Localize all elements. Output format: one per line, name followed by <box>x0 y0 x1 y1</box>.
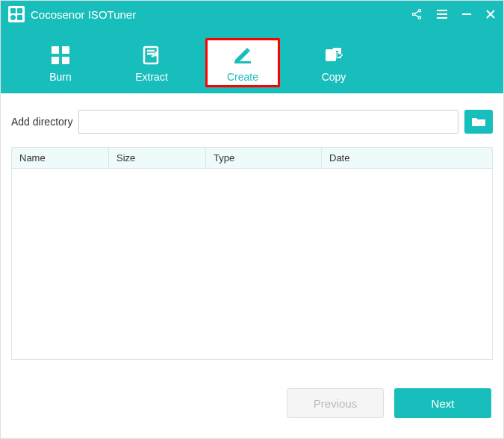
col-date[interactable]: Date <box>322 148 492 168</box>
extract-button[interactable]: Extract <box>114 38 189 87</box>
content-area: Add directory Name Size Type Date <box>1 93 503 370</box>
app-title: Cocosenor ISOTuner <box>31 8 411 21</box>
footer: Previous Next <box>1 370 503 430</box>
burn-button[interactable]: Burn <box>23 38 98 87</box>
browse-button[interactable] <box>464 110 493 134</box>
svg-line-4 <box>414 15 418 17</box>
table-header: Name Size Type Date <box>12 148 492 169</box>
share-icon[interactable] <box>411 8 423 20</box>
svg-rect-11 <box>52 46 59 54</box>
extract-label: Extract <box>135 71 168 83</box>
grid-icon <box>49 44 72 66</box>
svg-rect-19 <box>326 49 336 61</box>
main-toolbar: Burn Extract Create <box>1 28 503 93</box>
col-name[interactable]: Name <box>12 148 109 168</box>
next-button[interactable]: Next <box>394 388 491 418</box>
folder-icon <box>471 116 486 128</box>
edit-icon <box>231 44 254 66</box>
copy-label: Copy <box>322 71 346 83</box>
copy-button[interactable]: Copy <box>296 38 371 87</box>
svg-rect-14 <box>62 57 69 64</box>
file-table: Name Size Type Date <box>11 147 493 360</box>
close-button[interactable] <box>485 9 496 19</box>
svg-rect-13 <box>52 57 59 64</box>
col-size[interactable]: Size <box>109 148 206 168</box>
window-controls <box>411 8 496 20</box>
col-type[interactable]: Type <box>206 148 322 168</box>
add-directory-row: Add directory <box>11 110 493 134</box>
svg-line-3 <box>414 11 418 13</box>
create-label: Create <box>227 71 258 83</box>
menu-icon[interactable] <box>436 9 448 19</box>
create-button[interactable]: Create <box>205 38 280 87</box>
svg-rect-18 <box>234 61 251 63</box>
add-directory-label: Add directory <box>11 116 72 128</box>
minimize-button[interactable] <box>461 9 472 19</box>
app-logo <box>8 6 25 22</box>
title-bar: Cocosenor ISOTuner <box>1 1 503 28</box>
copy-icon <box>323 44 345 66</box>
previous-button: Previous <box>287 388 384 418</box>
burn-label: Burn <box>49 71 72 83</box>
extract-icon <box>140 44 163 66</box>
svg-rect-12 <box>62 46 69 54</box>
add-directory-input[interactable] <box>78 110 458 134</box>
